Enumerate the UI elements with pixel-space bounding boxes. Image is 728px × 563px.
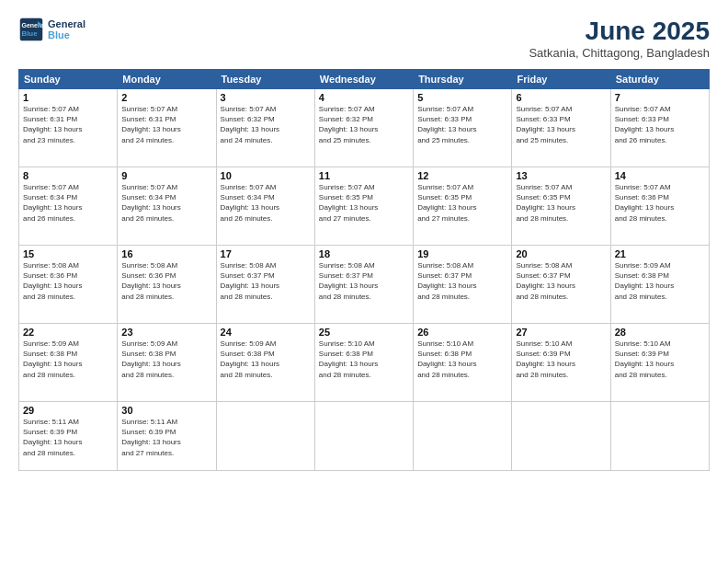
calendar-header-sunday: Sunday [19, 70, 118, 89]
svg-text:Blue: Blue [22, 29, 39, 38]
day-number: 12 [417, 170, 507, 181]
calendar-cell: 5Sunrise: 5:07 AM Sunset: 6:33 PM Daylig… [414, 89, 512, 167]
calendar-cell: 22Sunrise: 5:09 AM Sunset: 6:38 PM Dayli… [19, 324, 118, 402]
day-number: 1 [23, 92, 113, 103]
cell-info: Sunrise: 5:10 AM Sunset: 6:39 PM Dayligh… [516, 339, 606, 380]
header: General Blue General Blue June 2025 Satk… [18, 17, 710, 60]
cell-info: Sunrise: 5:07 AM Sunset: 6:34 PM Dayligh… [221, 182, 311, 224]
cell-info: Sunrise: 5:07 AM Sunset: 6:33 PM Dayligh… [615, 104, 705, 145]
logo: General Blue General Blue [18, 17, 85, 42]
day-number: 21 [615, 248, 705, 259]
day-number: 20 [516, 248, 606, 259]
calendar-cell: 25Sunrise: 5:10 AM Sunset: 6:38 PM Dayli… [314, 324, 413, 402]
calendar-cell: 24Sunrise: 5:09 AM Sunset: 6:38 PM Dayli… [216, 324, 314, 402]
calendar-cell: 26Sunrise: 5:10 AM Sunset: 6:38 PM Dayli… [414, 324, 512, 402]
calendar-cell: 18Sunrise: 5:08 AM Sunset: 6:37 PM Dayli… [314, 246, 413, 324]
calendar-cell: 7Sunrise: 5:07 AM Sunset: 6:33 PM Daylig… [610, 89, 709, 167]
day-number: 19 [417, 248, 507, 259]
logo-text: General Blue [48, 18, 85, 40]
day-number: 30 [121, 405, 211, 416]
calendar-cell: 1Sunrise: 5:07 AM Sunset: 6:31 PM Daylig… [19, 89, 118, 167]
calendar-header-tuesday: Tuesday [216, 70, 314, 89]
calendar-cell: 19Sunrise: 5:08 AM Sunset: 6:37 PM Dayli… [414, 246, 512, 324]
day-number: 7 [615, 92, 705, 103]
cell-info: Sunrise: 5:08 AM Sunset: 6:37 PM Dayligh… [319, 260, 409, 302]
calendar-cell: 9Sunrise: 5:07 AM Sunset: 6:34 PM Daylig… [118, 167, 216, 246]
cell-info: Sunrise: 5:07 AM Sunset: 6:31 PM Dayligh… [23, 104, 113, 145]
cell-info: Sunrise: 5:11 AM Sunset: 6:39 PM Dayligh… [121, 417, 211, 458]
day-number: 6 [516, 92, 606, 103]
day-number: 2 [121, 92, 211, 103]
cell-info: Sunrise: 5:07 AM Sunset: 6:33 PM Dayligh… [417, 104, 507, 145]
day-number: 25 [319, 327, 409, 338]
calendar-cell: 30Sunrise: 5:11 AM Sunset: 6:39 PM Dayli… [118, 402, 216, 471]
calendar-cell [314, 402, 413, 471]
calendar-header-friday: Friday [512, 70, 610, 89]
calendar-header-row: SundayMondayTuesdayWednesdayThursdayFrid… [19, 70, 710, 89]
calendar-cell: 21Sunrise: 5:09 AM Sunset: 6:38 PM Dayli… [610, 246, 709, 324]
calendar-cell [512, 402, 610, 471]
cell-info: Sunrise: 5:10 AM Sunset: 6:38 PM Dayligh… [417, 339, 507, 380]
calendar-cell: 29Sunrise: 5:11 AM Sunset: 6:39 PM Dayli… [19, 402, 118, 471]
calendar-cell: 10Sunrise: 5:07 AM Sunset: 6:34 PM Dayli… [216, 167, 314, 246]
cell-info: Sunrise: 5:07 AM Sunset: 6:36 PM Dayligh… [615, 182, 705, 224]
calendar-cell: 28Sunrise: 5:10 AM Sunset: 6:39 PM Dayli… [610, 324, 709, 402]
calendar-header-wednesday: Wednesday [314, 70, 413, 89]
cell-info: Sunrise: 5:07 AM Sunset: 6:32 PM Dayligh… [221, 104, 311, 145]
calendar-cell [414, 402, 512, 471]
calendar-cell: 12Sunrise: 5:07 AM Sunset: 6:35 PM Dayli… [414, 167, 512, 246]
calendar: SundayMondayTuesdayWednesdayThursdayFrid… [18, 69, 710, 471]
day-number: 9 [121, 170, 211, 181]
calendar-cell: 11Sunrise: 5:07 AM Sunset: 6:35 PM Dayli… [314, 167, 413, 246]
day-number: 22 [23, 327, 113, 338]
cell-info: Sunrise: 5:08 AM Sunset: 6:36 PM Dayligh… [121, 260, 211, 302]
cell-info: Sunrise: 5:08 AM Sunset: 6:37 PM Dayligh… [221, 260, 311, 302]
day-number: 17 [221, 248, 311, 259]
day-number: 29 [23, 405, 113, 416]
calendar-cell [610, 402, 709, 471]
calendar-week-2: 8Sunrise: 5:07 AM Sunset: 6:34 PM Daylig… [19, 167, 710, 246]
calendar-week-3: 15Sunrise: 5:08 AM Sunset: 6:36 PM Dayli… [19, 246, 710, 324]
calendar-header-saturday: Saturday [610, 70, 709, 89]
cell-info: Sunrise: 5:08 AM Sunset: 6:36 PM Dayligh… [23, 260, 113, 302]
cell-info: Sunrise: 5:07 AM Sunset: 6:31 PM Dayligh… [121, 104, 211, 145]
calendar-header-thursday: Thursday [414, 70, 512, 89]
cell-info: Sunrise: 5:07 AM Sunset: 6:34 PM Dayligh… [23, 182, 113, 224]
cell-info: Sunrise: 5:08 AM Sunset: 6:37 PM Dayligh… [516, 260, 606, 302]
calendar-cell: 2Sunrise: 5:07 AM Sunset: 6:31 PM Daylig… [118, 89, 216, 167]
day-number: 27 [516, 327, 606, 338]
title-block: June 2025 Satkania, Chittagong, Banglade… [529, 17, 710, 60]
cell-info: Sunrise: 5:07 AM Sunset: 6:32 PM Dayligh… [319, 104, 409, 145]
day-number: 18 [319, 248, 409, 259]
cell-info: Sunrise: 5:08 AM Sunset: 6:37 PM Dayligh… [417, 260, 507, 302]
calendar-cell [216, 402, 314, 471]
day-number: 16 [121, 248, 211, 259]
cell-info: Sunrise: 5:10 AM Sunset: 6:38 PM Dayligh… [319, 339, 409, 380]
day-number: 11 [319, 170, 409, 181]
day-number: 26 [417, 327, 507, 338]
cell-info: Sunrise: 5:10 AM Sunset: 6:39 PM Dayligh… [615, 339, 705, 380]
logo-icon: General Blue [18, 17, 44, 42]
cell-info: Sunrise: 5:09 AM Sunset: 6:38 PM Dayligh… [23, 339, 113, 380]
cell-info: Sunrise: 5:07 AM Sunset: 6:35 PM Dayligh… [516, 182, 606, 224]
calendar-cell: 4Sunrise: 5:07 AM Sunset: 6:32 PM Daylig… [314, 89, 413, 167]
cell-info: Sunrise: 5:07 AM Sunset: 6:34 PM Dayligh… [121, 182, 211, 224]
month-title: June 2025 [529, 17, 710, 46]
calendar-week-1: 1Sunrise: 5:07 AM Sunset: 6:31 PM Daylig… [19, 89, 710, 167]
day-number: 5 [417, 92, 507, 103]
calendar-cell: 3Sunrise: 5:07 AM Sunset: 6:32 PM Daylig… [216, 89, 314, 167]
day-number: 14 [615, 170, 705, 181]
calendar-week-4: 22Sunrise: 5:09 AM Sunset: 6:38 PM Dayli… [19, 324, 710, 402]
calendar-cell: 13Sunrise: 5:07 AM Sunset: 6:35 PM Dayli… [512, 167, 610, 246]
day-number: 15 [23, 248, 113, 259]
cell-info: Sunrise: 5:09 AM Sunset: 6:38 PM Dayligh… [615, 260, 705, 302]
cell-info: Sunrise: 5:07 AM Sunset: 6:35 PM Dayligh… [417, 182, 507, 224]
calendar-week-5: 29Sunrise: 5:11 AM Sunset: 6:39 PM Dayli… [19, 402, 710, 471]
calendar-cell: 8Sunrise: 5:07 AM Sunset: 6:34 PM Daylig… [19, 167, 118, 246]
cell-info: Sunrise: 5:09 AM Sunset: 6:38 PM Dayligh… [221, 339, 311, 380]
cell-info: Sunrise: 5:07 AM Sunset: 6:33 PM Dayligh… [516, 104, 606, 145]
page: General Blue General Blue June 2025 Satk… [0, 0, 728, 563]
day-number: 13 [516, 170, 606, 181]
calendar-cell: 27Sunrise: 5:10 AM Sunset: 6:39 PM Dayli… [512, 324, 610, 402]
calendar-cell: 23Sunrise: 5:09 AM Sunset: 6:38 PM Dayli… [118, 324, 216, 402]
